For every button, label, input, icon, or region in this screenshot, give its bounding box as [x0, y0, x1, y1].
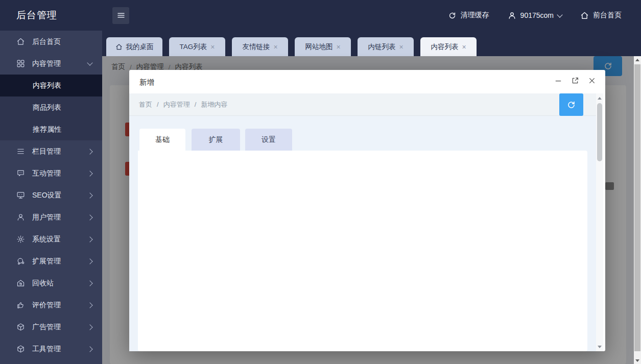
monitor-icon [15, 191, 26, 200]
tab-inner-links[interactable]: 内链列表 × [358, 37, 414, 56]
cube-icon [15, 345, 26, 353]
scroll-down-arrow[interactable] [634, 357, 641, 364]
nodes-icon [15, 257, 26, 265]
chevron-right-icon [87, 149, 92, 154]
sidebar-item-ad-mgmt[interactable]: 广告管理 [0, 316, 102, 338]
sidebar-item-tool-mgmt[interactable]: 工具管理 [0, 338, 102, 360]
list-icon [15, 147, 26, 156]
close-icon[interactable]: × [462, 43, 466, 51]
scroll-up-arrow[interactable] [634, 56, 641, 63]
sidebar-item-system-settings[interactable]: 系统设置 [0, 228, 102, 250]
chevron-right-icon [87, 236, 92, 242]
home-icon [580, 11, 589, 20]
sidebar-item-product-list[interactable]: 商品列表 [0, 96, 102, 118]
close-icon[interactable]: × [399, 43, 403, 51]
sidebar-item-recycle-bin[interactable]: 回收站 [0, 272, 102, 294]
chevron-right-icon [87, 324, 92, 330]
sidebar: 后台首页 内容管理 内容列表 商品列表 推荐属性 栏目管理 互动管理 SEO设置… [0, 31, 102, 364]
username: 90175com [520, 11, 554, 19]
chat-icon [15, 169, 26, 178]
maximize-icon[interactable] [571, 77, 579, 85]
top-header: 后台管理 清理缓存 90175com 前台首页 [0, 0, 641, 31]
tab-bar: 我的桌面 TAG列表 × 友情链接 × 网站地图 × 内链列表 × 内容列表 × [102, 31, 641, 56]
sidebar-item-dashboard[interactable]: 后台首页 [0, 31, 102, 53]
app-title: 后台管理 [0, 9, 102, 22]
breadcrumb-home[interactable]: 首页 [139, 100, 152, 109]
sidebar-item-column-mgmt[interactable]: 栏目管理 [0, 140, 102, 162]
refresh-icon [448, 11, 457, 20]
sidebar-item-review-mgmt[interactable]: 评价管理 [0, 294, 102, 316]
front-home-label: 前台首页 [593, 11, 622, 20]
clear-cache-button[interactable]: 清理缓存 [448, 11, 489, 20]
chevron-right-icon [87, 171, 92, 176]
sidebar-item-user-mgmt[interactable]: 用户管理 [0, 206, 102, 228]
chevron-right-icon [87, 302, 92, 308]
grid-icon [15, 59, 26, 68]
user-icon [15, 213, 26, 222]
close-icon[interactable] [588, 77, 596, 85]
dialog-scroll-area: 首页 / 内容管理 / 新增内容 基础 扩展 设置 *栏目 选择栏目 填写内容时… [129, 93, 605, 351]
scrollbar-thumb[interactable] [634, 64, 640, 351]
add-content-dialog: 新增 首页 / 内容管理 / 新增内容 基础 扩展 设置 *栏目 选择栏目 [129, 70, 605, 351]
gear-icon [15, 235, 26, 244]
thumbs-up-icon [15, 301, 26, 309]
tab-sitemap[interactable]: 网站地图 × [295, 37, 351, 56]
breadcrumb-content-mgmt[interactable]: 内容管理 [163, 100, 190, 109]
scrollbar-thumb[interactable] [597, 103, 602, 161]
tab-extended[interactable]: 扩展 [192, 129, 240, 151]
sidebar-item-content-mgmt[interactable]: 内容管理 [0, 53, 102, 75]
dialog-title: 新增 [139, 78, 154, 87]
close-icon[interactable]: × [273, 43, 277, 51]
tab-my-desktop[interactable]: 我的桌面 [106, 37, 162, 56]
chevron-down-icon [557, 12, 562, 17]
dialog-breadcrumb: 首页 / 内容管理 / 新增内容 [129, 93, 596, 116]
sidebar-toggle-button[interactable] [112, 7, 129, 24]
tab-tag-list[interactable]: TAG列表 × [169, 37, 225, 56]
dialog-scrollbar[interactable] [596, 93, 603, 351]
sidebar-item-seo-settings[interactable]: SEO设置 [0, 184, 102, 206]
chevron-right-icon [87, 258, 92, 264]
recycle-icon [15, 279, 26, 287]
user-menu[interactable]: 90175com [508, 11, 562, 20]
tab-content-list[interactable]: 内容列表 × [420, 37, 477, 56]
scroll-down-arrow[interactable] [596, 343, 603, 350]
front-home-link[interactable]: 前台首页 [580, 11, 622, 20]
chevron-down-icon [87, 60, 92, 65]
close-icon[interactable]: × [210, 43, 215, 51]
sidebar-item-extension-mgmt[interactable]: 扩展管理 [0, 250, 102, 272]
sidebar-submenu: 内容列表 商品列表 推荐属性 [0, 75, 102, 140]
sidebar-item-interaction-mgmt[interactable]: 互动管理 [0, 162, 102, 184]
close-icon[interactable]: × [336, 43, 340, 51]
home-icon [15, 37, 26, 46]
cube-icon [15, 323, 26, 331]
breadcrumb-add-content: 新增内容 [201, 100, 227, 109]
menu-icon [116, 11, 126, 20]
chevron-right-icon [87, 280, 92, 286]
page-scrollbar[interactable] [634, 56, 641, 364]
scroll-up-arrow[interactable] [596, 94, 603, 102]
tab-friend-links[interactable]: 友情链接 × [232, 37, 288, 56]
dialog-refresh-button[interactable] [559, 93, 583, 116]
form-card [138, 151, 587, 351]
chevron-right-icon [87, 346, 92, 352]
sidebar-item-content-list[interactable]: 内容列表 [0, 75, 102, 96]
clear-cache-label: 清理缓存 [461, 11, 489, 20]
refresh-icon [566, 100, 576, 110]
dialog-header: 新增 [129, 70, 605, 93]
sidebar-item-recommend-attrs[interactable]: 推荐属性 [0, 118, 102, 140]
user-icon [508, 11, 516, 20]
home-icon [115, 43, 123, 51]
tab-basic[interactable]: 基础 [139, 129, 185, 151]
minimize-icon[interactable] [554, 77, 562, 85]
chevron-right-icon [87, 214, 92, 220]
chevron-right-icon [87, 192, 92, 198]
tab-settings[interactable]: 设置 [245, 129, 292, 151]
